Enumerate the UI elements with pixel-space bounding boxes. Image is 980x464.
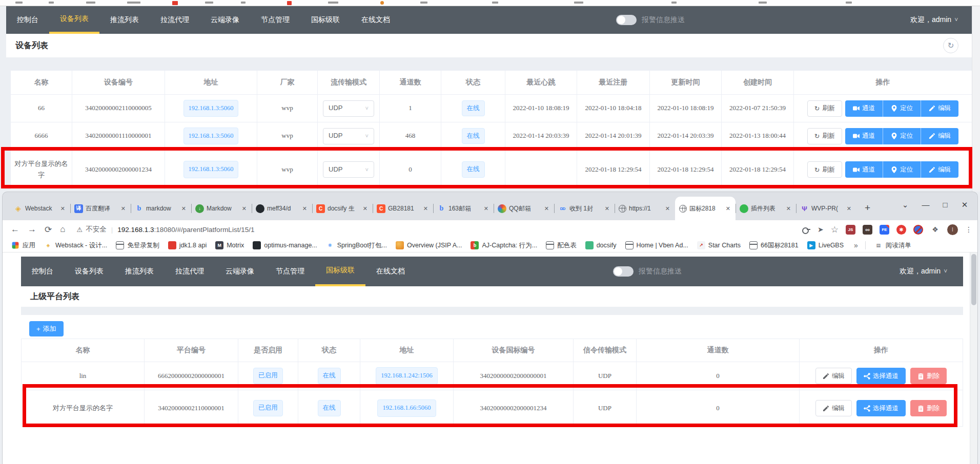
- forward-icon[interactable]: →: [28, 224, 36, 235]
- bookmark-item[interactable]: optimus-manage...: [253, 241, 317, 249]
- scrollbar-thumb[interactable]: [971, 254, 976, 305]
- bookmark-item[interactable]: ❋SpringBoot打包...: [326, 241, 387, 250]
- bookmark-item[interactable]: bAJ-Captcha: 行为...: [471, 241, 537, 250]
- browser-tab[interactable]: 译百度翻译✕: [70, 197, 131, 220]
- minimize-button[interactable]: —: [918, 200, 933, 209]
- bookmark-item[interactable]: ▶LiveGBS: [807, 241, 844, 249]
- browser-tab[interactable]: ◈Webstack✕: [10, 197, 70, 220]
- user-menu[interactable]: 欢迎，admin ˅: [910, 15, 958, 25]
- nav-tab-online-docs[interactable]: 在线文档: [351, 6, 401, 34]
- browser-tab[interactable]: DD收到 1封✕: [554, 197, 615, 220]
- scrollbar[interactable]: [970, 252, 977, 464]
- bookmark-item[interactable]: docsify: [585, 241, 617, 249]
- browser-tab[interactable]: Cdocsify 生✕: [312, 197, 373, 220]
- add-platform-button[interactable]: + 添加: [29, 321, 64, 336]
- transport-select[interactable]: UDP˅: [323, 100, 374, 117]
- bookmark-item[interactable]: MMotrix: [215, 241, 244, 249]
- close-icon[interactable]: ✕: [120, 204, 127, 213]
- browser-tab[interactable]: meff34/d✕: [252, 197, 312, 220]
- bookmark-star-icon[interactable]: ☆: [831, 224, 839, 235]
- close-window-button[interactable]: ✕: [957, 200, 972, 209]
- delete-platform-button[interactable]: 删除: [910, 400, 947, 416]
- tab-search-icon[interactable]: ⌄: [897, 200, 913, 209]
- browser-tab[interactable]: https://1✕: [615, 197, 675, 220]
- browser-tab-active[interactable]: 国标2818✕: [675, 197, 736, 220]
- reading-list-button[interactable]: ▤阅读清单: [874, 241, 911, 250]
- security-label[interactable]: 不安全: [86, 225, 107, 234]
- nav-tab-cloud-record[interactable]: 云端录像: [215, 257, 265, 286]
- edit-platform-button[interactable]: 编辑: [815, 368, 852, 384]
- refresh-device-button[interactable]: ↻刷新: [807, 128, 842, 144]
- edit-device-button[interactable]: 编辑: [921, 100, 958, 117]
- browser-tab[interactable]: bmarkdow✕: [131, 197, 191, 220]
- channels-button[interactable]: 通道: [845, 161, 883, 178]
- address-chip[interactable]: 192.168.1.3:5060: [183, 128, 239, 144]
- maximize-button[interactable]: □: [937, 200, 953, 209]
- delete-platform-button[interactable]: 删除: [910, 368, 947, 384]
- edit-device-button[interactable]: 编辑: [921, 161, 958, 178]
- locate-button[interactable]: 定位: [883, 100, 921, 117]
- channels-button[interactable]: 通道: [845, 128, 883, 144]
- nav-tab-device-list[interactable]: 设备列表: [64, 257, 114, 286]
- browser-tab[interactable]: QQ邮箱✕: [494, 197, 554, 220]
- close-icon[interactable]: ✕: [664, 204, 671, 213]
- nav-tab-pull-proxy[interactable]: 拉流代理: [165, 257, 215, 286]
- bookmark-item[interactable]: Overview (JSIP A...: [396, 241, 462, 249]
- close-icon[interactable]: ✕: [301, 204, 308, 213]
- user-menu[interactable]: 欢迎，admin ˅: [900, 267, 947, 276]
- alarm-push-toggle[interactable]: [613, 266, 634, 277]
- refresh-device-button[interactable]: ↻刷新: [807, 100, 842, 117]
- browser-tab[interactable]: ΨWVP-PR(✕: [796, 197, 856, 220]
- bookmark-item[interactable]: 配色表: [546, 241, 577, 250]
- extensions-puzzle-icon[interactable]: ❖: [930, 225, 940, 235]
- close-icon[interactable]: ✕: [362, 204, 369, 213]
- adblock-extension-icon[interactable]: ✱: [896, 225, 906, 235]
- address-chip[interactable]: 192.168.1.3:5060: [183, 100, 239, 117]
- browser-tab[interactable]: CGB28181✕: [373, 197, 433, 220]
- json-viewer-extension-icon[interactable]: JS: [846, 225, 855, 235]
- transport-select[interactable]: UDP˅: [323, 161, 374, 178]
- close-icon[interactable]: ✕: [483, 204, 489, 213]
- address-chip[interactable]: 192.168.1.66:5060: [377, 399, 436, 416]
- bookmark-item[interactable]: jdk1.8 api: [168, 241, 207, 249]
- nav-tab-node-manage[interactable]: 节点管理: [265, 257, 315, 286]
- refresh-device-button[interactable]: ↻刷新: [807, 161, 842, 178]
- transport-select[interactable]: UDP˅: [323, 128, 374, 144]
- fehelper-extension-icon[interactable]: FE: [880, 225, 889, 235]
- close-icon[interactable]: ✕: [241, 204, 248, 213]
- bookmark-item[interactable]: ↗Star Charts: [697, 241, 741, 249]
- bookmark-item[interactable]: 66国标28181: [749, 241, 799, 250]
- address-chip[interactable]: 192.168.1.3:5060: [183, 161, 239, 178]
- nav-tab-push-list[interactable]: 推流列表: [114, 257, 165, 286]
- edit-platform-button[interactable]: 编辑: [815, 400, 852, 416]
- blocker-extension-icon[interactable]: [913, 225, 923, 235]
- browser-tab[interactable]: 插件列表✕: [736, 197, 796, 220]
- alarm-push-toggle[interactable]: [616, 15, 637, 25]
- bookmark-apps[interactable]: 应用: [11, 241, 35, 250]
- close-icon[interactable]: ✕: [725, 204, 731, 213]
- nav-tab-node-manage[interactable]: 节点管理: [250, 6, 300, 34]
- nav-tab-push-list[interactable]: 推流列表: [99, 6, 150, 34]
- new-tab-button[interactable]: +: [865, 202, 870, 214]
- browser-tab[interactable]: ↓Markdow✕: [191, 197, 252, 220]
- nav-tab-console[interactable]: 控制台: [6, 6, 49, 34]
- close-icon[interactable]: ✕: [422, 204, 429, 213]
- bookmarks-overflow-icon[interactable]: »: [854, 241, 858, 249]
- select-channels-button[interactable]: 选择通道: [856, 368, 906, 384]
- nav-tab-online-docs[interactable]: 在线文档: [365, 257, 416, 286]
- locate-button[interactable]: 定位: [883, 161, 921, 178]
- reload-icon[interactable]: ⟳: [45, 224, 52, 235]
- nav-tab-pull-proxy[interactable]: 拉流代理: [150, 6, 200, 34]
- nav-tab-console[interactable]: 控制台: [21, 257, 64, 286]
- home-icon[interactable]: ⌂: [60, 224, 65, 235]
- select-channels-button[interactable]: 选择通道: [856, 400, 906, 416]
- password-key-icon[interactable]: [802, 227, 810, 232]
- address-chip[interactable]: 192.168.1.242:1506: [376, 367, 437, 384]
- refresh-page-button[interactable]: ↻: [943, 38, 958, 53]
- nav-tab-device-list[interactable]: 设备列表: [49, 6, 99, 34]
- close-icon[interactable]: ✕: [604, 204, 610, 213]
- close-icon[interactable]: ✕: [846, 204, 852, 213]
- bookmark-item[interactable]: Home | Vben Ad...: [625, 241, 688, 249]
- locate-button[interactable]: 定位: [883, 128, 921, 144]
- browser-menu-icon[interactable]: ⋮: [965, 225, 972, 234]
